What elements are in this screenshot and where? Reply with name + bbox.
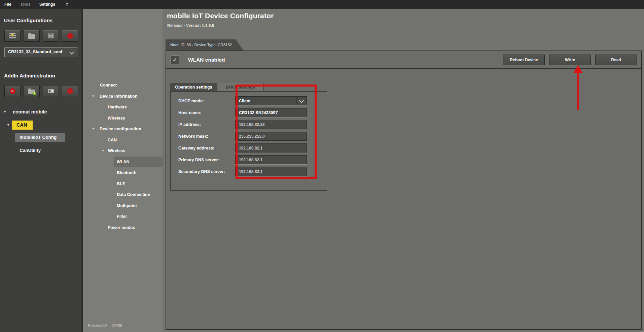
form-row-secondary-dns: Secondary DNS server:: [171, 166, 327, 177]
write-button[interactable]: Write: [549, 55, 591, 65]
config-select[interactable]: CR3132_33_Standard_conf: [4, 47, 77, 57]
primary-dns-field-wrap: [235, 155, 307, 164]
primary-dns-input[interactable]: [236, 158, 307, 162]
nav-item-data-connection[interactable]: Data Connection: [83, 189, 163, 200]
sidebar: User Configurations − CR3132_33_Standard…: [0, 9, 81, 332]
field-label: Gateway address:: [171, 146, 235, 151]
secondary-dns-input[interactable]: [236, 169, 307, 174]
tab-operation-settings[interactable]: Operation settings: [170, 83, 217, 91]
gateway-address-input[interactable]: [236, 146, 307, 151]
nav-item-label: Wireless: [108, 116, 125, 121]
menu-help[interactable]: ?: [60, 0, 74, 9]
nav-item-ble[interactable]: BLE: [83, 178, 163, 190]
remove-circle-icon: −: [67, 33, 73, 39]
open-folder-icon: [28, 34, 35, 39]
page-title: mobile IoT Device Configurator: [163, 9, 644, 20]
device-node-tab[interactable]: Node ID: 33 - Device Type: CR3132: [166, 39, 244, 51]
wlan-enabled-label: WLAN enabled: [188, 57, 225, 63]
delete-config-button[interactable]: −: [62, 30, 78, 42]
ip-address-input[interactable]: [236, 122, 307, 127]
menu-tools[interactable]: Tools: [16, 0, 35, 9]
tree-item-can[interactable]: ▼ CAN: [0, 121, 81, 130]
nav-item-device-configuration[interactable]: ▼Device configuration: [83, 124, 163, 135]
nav-item-can[interactable]: CAN: [83, 135, 163, 146]
settings-tabs: Operation settings DHCP settings: [170, 83, 327, 91]
collapse-arrow-icon[interactable]: ▼: [3, 110, 13, 113]
config-select-dropdown-button[interactable]: [66, 48, 77, 57]
wlan-enabled-checkbox[interactable]: ✓: [171, 56, 179, 64]
device-content-panel: ✓ WLAN enabled Reboot Device Write Read …: [166, 51, 642, 330]
addin-administration-heading: AddIn Administration: [0, 67, 81, 78]
field-label: IP address:: [171, 122, 235, 127]
nav-item-label: Bluetooth: [117, 170, 136, 175]
nav-item-label: Hardware: [108, 105, 127, 109]
open-config-button[interactable]: [24, 30, 40, 42]
collapse-arrow-icon[interactable]: ▼: [92, 95, 100, 98]
chevron-down-icon: [69, 49, 74, 54]
field-label: Secondary DNS server:: [171, 169, 235, 174]
dhcp-mode-select[interactable]: Client: [235, 96, 307, 105]
chevron-down-icon: [299, 98, 304, 103]
nav-item-bluetooth[interactable]: Bluetooth: [83, 167, 163, 178]
collapse-arrow-icon[interactable]: ▼: [7, 124, 12, 127]
nav-item-filter[interactable]: Filter: [83, 211, 163, 222]
tree-item-ecomat-mobile[interactable]: ▼ ecomat mobile: [0, 109, 81, 114]
nav-item-label: Data Connection: [117, 192, 150, 197]
tree-item-mobileiot-config[interactable]: mobileIoT Config: [0, 133, 81, 142]
nav-list: Connect ▼Device information Hardware Wir…: [83, 80, 163, 233]
nav-item-device-information[interactable]: ▼Device information: [83, 91, 163, 102]
add-folder-icon: [28, 90, 35, 94]
tab-dhcp-settings[interactable]: DHCP settings: [217, 83, 264, 91]
tree-item-label: ecomat mobile: [13, 109, 47, 114]
network-mask-input[interactable]: [236, 134, 307, 139]
process-id-label: Process ID: [88, 323, 107, 327]
field-label: Network mask:: [171, 134, 235, 139]
device-action-buttons: Reboot Device Write Read: [503, 55, 637, 65]
delete-addin-button[interactable]: −: [62, 85, 78, 97]
nav-item-label: WLAN: [117, 160, 130, 164]
nav-item-label: Power modes: [108, 225, 135, 230]
nav-item-wlan[interactable]: WLAN: [83, 157, 163, 168]
nav-item-multipoint[interactable]: Multipoint: [83, 200, 163, 211]
rename-addin-button[interactable]: [43, 85, 59, 97]
remove-circle-icon: −: [67, 88, 73, 94]
tree-item-can-highlight[interactable]: CAN: [12, 121, 33, 130]
import-config-icon: [9, 33, 16, 38]
add-addin-button[interactable]: [24, 85, 40, 97]
form-row-ip-address: IP address:: [171, 119, 327, 130]
nav-item-hardware[interactable]: Hardware: [83, 102, 163, 113]
network-mask-field-wrap: [235, 132, 307, 141]
reboot-device-button[interactable]: Reboot Device: [503, 55, 545, 65]
read-button[interactable]: Read: [595, 55, 637, 65]
dhcp-mode-dropdown-button[interactable]: [296, 97, 307, 105]
save-config-icon: [48, 33, 53, 38]
remove-addin-button[interactable]: ✕: [4, 85, 21, 97]
close-circle-icon: ✕: [10, 88, 15, 94]
tree-item-selected[interactable]: mobileIoT Config: [15, 133, 65, 142]
nav-item-power-modes[interactable]: Power modes: [83, 222, 163, 233]
field-label: DHCP mode:: [171, 99, 235, 103]
nav-item-wireless-info[interactable]: Wireless: [83, 113, 163, 124]
collapse-arrow-icon[interactable]: ▼: [102, 150, 108, 152]
menu-file[interactable]: File: [0, 0, 16, 9]
app-window: { "menubar": { "items": [ {"label": "Fil…: [0, 0, 644, 332]
nav-item-label: Device information: [100, 94, 138, 99]
import-config-button[interactable]: [4, 30, 21, 42]
process-id: Process ID33488: [88, 323, 122, 327]
tree-item-canutility[interactable]: CanUtility: [0, 148, 81, 153]
rename-icon: [48, 89, 54, 93]
checkmark-icon: ✓: [173, 56, 177, 63]
user-configurations-heading: User Configurations: [0, 9, 81, 23]
menu-settings[interactable]: Settings: [35, 0, 60, 9]
collapse-arrow-icon[interactable]: ▼: [92, 128, 100, 130]
operation-settings-form: DHCP mode: Client Host name: IP address:: [170, 91, 327, 191]
wlan-settings-group: Operation settings DHCP settings DHCP mo…: [170, 83, 327, 191]
nav-item-connect[interactable]: Connect: [83, 80, 163, 91]
nav-item-wireless-config[interactable]: ▼Wireless: [83, 145, 163, 157]
user-configurations-toolbar: −: [0, 23, 81, 42]
host-name-input[interactable]: [236, 110, 307, 115]
form-row-primary-dns: Primary DNS server:: [171, 154, 327, 166]
nav-item-label: Device configuration: [100, 127, 141, 131]
version-subtitle: Release - Version 1.1.9.6: [163, 20, 644, 28]
save-config-button[interactable]: [43, 30, 59, 42]
